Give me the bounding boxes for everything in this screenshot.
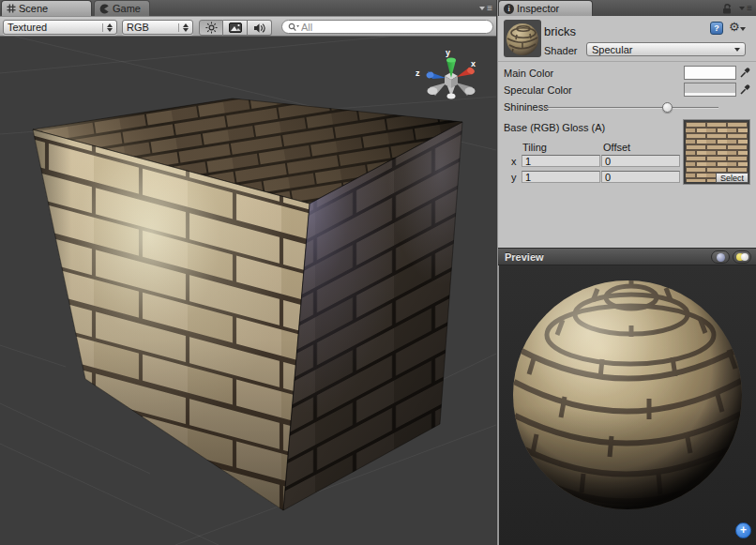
material-preview-thumbnail[interactable] [504, 20, 541, 57]
offset-x-field[interactable] [601, 155, 680, 167]
axis-y-label: y [511, 172, 517, 183]
shininess-label: Shininess [504, 101, 549, 113]
image-icon [229, 23, 242, 33]
specular-color-swatch[interactable] [684, 83, 736, 97]
sphere-icon [717, 253, 725, 262]
color-channel-value: RGB [127, 22, 174, 33]
scene-panel-menu-icon[interactable]: ≡ [479, 4, 492, 12]
chevron-down-icon [734, 48, 740, 52]
base-texture-label: Base (RGB) Gloss (A) [504, 122, 605, 133]
color-channel-dropdown[interactable]: RGB [122, 20, 193, 35]
tab-scene-label: Scene [19, 3, 48, 14]
inspector-tabstrip: i Inspector ≡ [498, 0, 756, 16]
shader-dropdown[interactable]: Specular [586, 42, 746, 56]
eyedropper-icon[interactable] [740, 83, 750, 95]
scene-search-field[interactable] [281, 20, 493, 34]
tiling-y-field[interactable] [522, 171, 600, 183]
tab-game[interactable]: Game [94, 0, 150, 16]
settings-gear-button[interactable]: ⚙ [729, 20, 746, 34]
separator [498, 61, 756, 62]
shader-value: Specular [592, 44, 734, 55]
preview-area[interactable]: + [498, 265, 756, 545]
tiling-row-y: y [498, 171, 756, 184]
scene-grid-icon [7, 4, 16, 13]
scene-panel: Scene Game ≡ Textured RGB [0, 0, 496, 545]
tab-inspector-label: Inspector [517, 3, 559, 14]
specular-color-label: Specular Color [504, 84, 572, 96]
render-mode-value: Textured [8, 22, 98, 33]
tab-game-label: Game [113, 3, 141, 14]
help-button[interactable]: ? [710, 22, 723, 35]
skybox-toggle-button[interactable] [223, 20, 248, 36]
gear-icon: ⚙ [729, 20, 740, 34]
scene-viewport[interactable]: y x z [0, 37, 496, 545]
gizmo-z-label: z [416, 68, 420, 78]
tiling-x-field[interactable] [522, 155, 600, 167]
shininess-slider[interactable] [547, 107, 718, 109]
material-name: bricks [544, 24, 576, 38]
eyedropper-icon[interactable] [740, 67, 750, 78]
lock-icon[interactable] [722, 3, 733, 14]
offset-header: Offset [603, 142, 630, 153]
audio-toggle-button[interactable] [248, 20, 272, 36]
light-dot-icon [741, 253, 748, 261]
offset-y-field[interactable] [601, 171, 680, 183]
game-icon [99, 4, 110, 14]
inspector-content: bricks ? ⚙ Shader Specular Main Color Sp… [498, 16, 756, 248]
search-input[interactable] [301, 22, 461, 33]
search-icon [288, 23, 299, 32]
main-color-label: Main Color [504, 68, 553, 79]
tab-scene[interactable]: Scene [1, 0, 92, 16]
popup-arrows-icon [178, 23, 189, 32]
scene-toolbar: Textured RGB [0, 16, 496, 37]
shader-label: Shader [544, 45, 577, 56]
preview-sphere[interactable] [499, 265, 756, 545]
info-icon: i [504, 4, 514, 14]
gizmo-y-label: y [446, 48, 450, 57]
scene-toggle-buttons [199, 20, 272, 36]
lighting-toggle-button[interactable] [199, 20, 223, 36]
render-mode-dropdown[interactable]: Textured [3, 20, 117, 35]
tiling-header: Tiling [522, 142, 547, 153]
gizmo-x-label: x [471, 59, 476, 68]
popup-arrows-icon [102, 23, 113, 32]
preview-title: Preview [505, 251, 544, 263]
preview-lighting-button[interactable] [733, 250, 751, 264]
preview-header[interactable]: Preview [498, 248, 756, 265]
material-sphere-icon [504, 20, 541, 57]
tiling-row-x: x [498, 155, 756, 168]
unity-editor-window: Scene Game ≡ Textured RGB [0, 0, 756, 545]
add-button[interactable]: + [735, 522, 751, 538]
tab-inspector[interactable]: i Inspector [498, 0, 593, 16]
sun-icon [205, 22, 218, 34]
shininess-slider-thumb[interactable] [662, 102, 673, 113]
preview-mesh-button[interactable] [711, 250, 730, 264]
axis-x-label: x [511, 156, 517, 167]
inspector-panel-menu-icon[interactable]: ≡ [739, 4, 752, 12]
main-color-swatch[interactable] [684, 66, 736, 80]
scene-tabstrip: Scene Game ≡ [0, 0, 496, 16]
inspector-panel: i Inspector ≡ [498, 0, 756, 545]
speaker-icon [253, 23, 265, 34]
